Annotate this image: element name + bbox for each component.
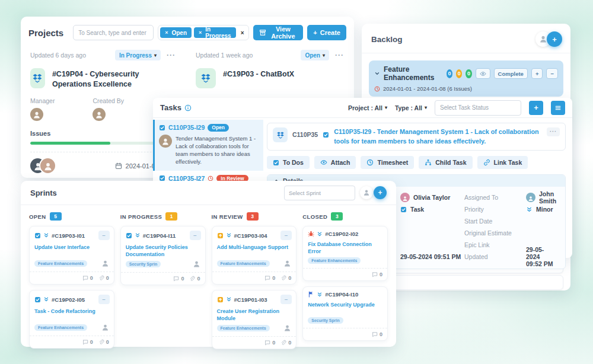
task-summary: Tender Management System 1 - Lack of col… <box>176 135 258 166</box>
sprint-card[interactable]: #C19P01-I03 − Create User Registration M… <box>212 290 297 349</box>
project-members <box>30 158 55 173</box>
avatar[interactable] <box>40 158 55 173</box>
clear-filters-button[interactable]: × <box>238 30 247 36</box>
issue-title[interactable]: Create User Registration Module <box>212 308 296 322</box>
add-sprint-button[interactable]: + <box>374 186 387 199</box>
create-button[interactable]: + Create <box>307 25 346 40</box>
project-more-button[interactable]: ··· <box>335 52 344 59</box>
sprint-card[interactable]: #C19P02-I05 − Task - Code Refactoring Fe… <box>29 290 114 349</box>
column-title: IN REVIEW <box>212 213 243 220</box>
issue-title[interactable]: Fix Database Connection Error <box>303 241 387 255</box>
view-archive-button[interactable]: View Archive <box>253 25 304 40</box>
add-backlog-item-button[interactable]: + <box>547 31 562 47</box>
attachment-count: 0 <box>280 340 291 346</box>
comment-icon <box>82 275 88 281</box>
collapse-card-button[interactable]: − <box>280 231 292 240</box>
attachment-count: 0 <box>98 275 109 281</box>
sprint-card[interactable]: #C19P04-I11 − Update Security Policies D… <box>120 226 206 285</box>
project-status-dropdown[interactable]: In Progress ▾ <box>115 50 161 60</box>
issue-title[interactable]: Update User Interface <box>30 244 114 257</box>
avatar[interactable] <box>30 108 43 121</box>
updated-date-value: 29-05-2024 09:52 PM <box>526 251 557 263</box>
chevron-down-icon: ▾ <box>425 105 427 110</box>
collapse-card-button[interactable]: − <box>190 231 201 240</box>
sprint-tag: Security Sprin <box>308 317 343 324</box>
comment-count: 0 <box>372 331 382 337</box>
sprint-tag: Feature Enhancements <box>217 260 270 267</box>
remove-filter-icon[interactable]: × <box>165 30 168 36</box>
assignee-icon[interactable] <box>283 260 291 267</box>
priority-minor-icon <box>317 231 323 237</box>
bug-type-icon <box>308 231 314 237</box>
issue-title[interactable]: Network Security Upgrade <box>303 301 387 315</box>
field-label: Priority <box>464 203 526 215</box>
info-icon[interactable] <box>184 104 192 111</box>
manager-label: Manager <box>30 97 55 104</box>
sprint-card[interactable]: #C19P04-I10 Network Security Upgrade Sec… <box>302 286 388 341</box>
task-detail-title[interactable]: C110P35-I29 - Tender Management System 1… <box>334 127 542 146</box>
flag-type-icon <box>308 291 314 298</box>
link-task-button[interactable]: Link Task <box>477 156 528 169</box>
avatar[interactable] <box>93 108 106 121</box>
collapse-card-button[interactable]: − <box>98 295 110 304</box>
priority-minor-icon <box>135 232 141 238</box>
created-by-label: Created By <box>93 97 124 104</box>
complete-sprint-button[interactable]: Complete <box>494 68 528 79</box>
assignee-icon[interactable] <box>283 324 291 332</box>
task-list-item[interactable]: C110P35-I29 Open Tender Management Syste… <box>153 120 263 171</box>
issue-id: #C19P03-I04 <box>234 232 279 239</box>
attachment-count: 0 <box>189 276 200 282</box>
link-icon <box>483 159 490 166</box>
collapse-card-button[interactable]: − <box>98 231 110 240</box>
sprint-select[interactable] <box>284 186 355 200</box>
column-count-badge: 3 <box>247 212 259 221</box>
watch-section-button[interactable] <box>476 68 490 79</box>
add-task-button[interactable]: + <box>529 101 543 115</box>
project-name[interactable]: #C19P04 - Cybersecurity Operations Excel… <box>52 68 176 90</box>
issue-title[interactable]: Update Security Policies Documentation <box>121 244 205 258</box>
sprint-card[interactable]: #C19P03-I04 − Add Multi-language Support… <box>212 226 297 285</box>
issue-title[interactable]: Add Multi-language Support <box>212 244 296 257</box>
count-in-progress-badge: 0 <box>456 69 462 78</box>
collapse-card-button[interactable]: − <box>280 295 292 304</box>
attachment-count: 0 <box>98 339 109 345</box>
project-status-dropdown[interactable]: Open ▾ <box>301 50 329 60</box>
type-filter-dropdown[interactable]: Type : All ▾ <box>395 104 427 111</box>
count-open-badge: 0 <box>447 69 452 78</box>
issue-title[interactable]: Task - Code Refactoring <box>30 308 114 321</box>
project-filter-dropdown[interactable]: Project : All ▾ <box>348 104 387 111</box>
project-more-button[interactable]: ··· <box>167 52 176 59</box>
remove-filter-icon[interactable]: × <box>199 30 202 36</box>
project-manager: Manager <box>30 97 55 122</box>
column-open: OPEN 5 #C19P03-I01 − Update User Interfa… <box>29 212 114 349</box>
sprint-tag: Feature Enhancements <box>217 325 270 331</box>
projects-search-input[interactable] <box>73 25 154 40</box>
child-task-button[interactable]: Child Task <box>419 156 472 169</box>
expand-section-button[interactable]: + <box>531 68 543 79</box>
task-menu-button[interactable] <box>551 101 565 115</box>
sprint-tag: Feature Enhancements <box>34 324 87 331</box>
attach-button[interactable]: Attach <box>314 156 356 169</box>
todos-button[interactable]: To Dos <box>267 156 310 169</box>
project-name[interactable]: #C19P03 - ChatBotX <box>223 68 294 79</box>
project-logo <box>30 68 45 88</box>
comment-count: 0 <box>82 275 93 281</box>
timesheet-button[interactable]: Timesheet <box>361 156 414 169</box>
collapse-section-button[interactable]: − <box>546 68 558 79</box>
task-status-select[interactable] <box>435 100 521 116</box>
section-name[interactable]: Feature Enhancements <box>384 65 437 82</box>
person-icon <box>95 111 103 119</box>
sprint-card[interactable]: #C19P02-I02 Fix Database Connection Erro… <box>302 226 388 281</box>
chevron-down-icon[interactable] <box>374 71 380 76</box>
assignee-icon[interactable] <box>101 260 109 267</box>
sprint-card[interactable]: #C19P03-I01 − Update User Interface Feat… <box>29 226 114 285</box>
filter-chip-open[interactable]: × Open <box>160 27 192 38</box>
column-title: IN PROGRESS <box>120 213 162 220</box>
filter-chip-in-progress[interactable]: × In Progress <box>194 27 236 38</box>
assignee-icon[interactable] <box>101 324 109 331</box>
assignee-icon[interactable] <box>193 260 200 268</box>
task-type-icon <box>159 124 165 131</box>
task-more-button[interactable]: ··· <box>547 127 560 136</box>
assignee-filter-button[interactable] <box>360 186 373 199</box>
tasks-title: Tasks <box>160 103 181 112</box>
